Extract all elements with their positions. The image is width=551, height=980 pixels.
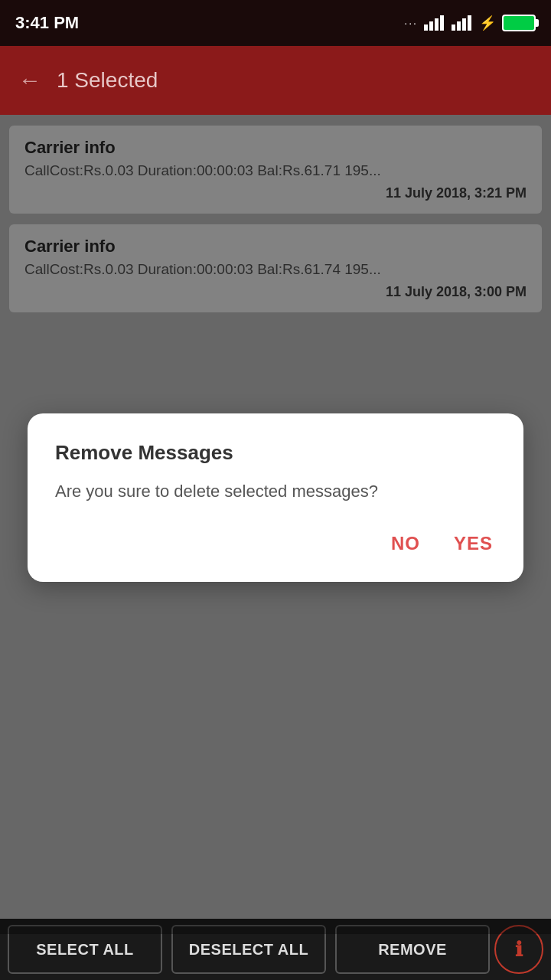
svg-rect-1 [429, 21, 433, 31]
dialog-message: Are you sure to delete selected messages… [55, 480, 496, 504]
svg-rect-3 [440, 15, 444, 31]
status-icons: ··· ⚡ [404, 15, 536, 31]
dialog-yes-button[interactable]: YES [451, 527, 496, 560]
dialog-no-button[interactable]: NO [388, 527, 423, 560]
status-time: 3:41 PM [15, 13, 79, 33]
main-content: Carrier info CallCost:Rs.0.03 Duration:0… [0, 115, 551, 934]
back-button[interactable]: ← [18, 67, 41, 93]
dialog-buttons: NO YES [55, 527, 496, 560]
remove-messages-dialog: Remove Messages Are you sure to delete s… [28, 413, 523, 582]
info-icon: ℹ [515, 938, 523, 962]
svg-rect-0 [424, 24, 428, 31]
dots-icon: ··· [404, 17, 418, 29]
svg-rect-4 [452, 24, 455, 31]
svg-rect-6 [462, 18, 466, 31]
battery-icon [502, 15, 536, 31]
dialog-title: Remove Messages [55, 441, 496, 465]
signal-icon-2 [452, 15, 473, 31]
signal-icon-1 [424, 15, 445, 31]
svg-rect-5 [457, 21, 461, 31]
page-title: 1 Selected [57, 68, 158, 93]
top-bar: ← 1 Selected [0, 46, 551, 115]
svg-rect-7 [468, 15, 471, 31]
bolt-icon: ⚡ [479, 15, 496, 31]
svg-rect-2 [435, 18, 439, 31]
status-bar: 3:41 PM ··· ⚡ [0, 0, 551, 46]
